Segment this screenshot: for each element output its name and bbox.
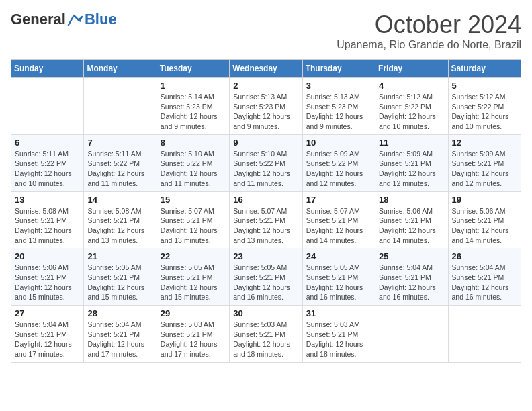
calendar-cell: 12Sunrise: 5:09 AM Sunset: 5:21 PM Dayli… <box>448 134 521 191</box>
day-number: 4 <box>379 81 444 91</box>
calendar-cell: 22Sunrise: 5:05 AM Sunset: 5:21 PM Dayli… <box>157 248 229 306</box>
col-header-friday: Friday <box>375 60 448 78</box>
day-number: 10 <box>306 138 371 148</box>
calendar-cell: 27Sunrise: 5:04 AM Sunset: 5:21 PM Dayli… <box>11 306 84 363</box>
calendar-cell: 13Sunrise: 5:08 AM Sunset: 5:21 PM Dayli… <box>11 191 84 248</box>
calendar-cell: 14Sunrise: 5:08 AM Sunset: 5:21 PM Dayli… <box>84 191 157 248</box>
calendar-cell: 20Sunrise: 5:06 AM Sunset: 5:21 PM Dayli… <box>11 248 84 306</box>
day-info: Sunrise: 5:12 AM Sunset: 5:22 PM Dayligh… <box>379 92 444 132</box>
logo-general: General <box>11 11 66 28</box>
calendar-cell: 7Sunrise: 5:11 AM Sunset: 5:22 PM Daylig… <box>84 134 157 191</box>
day-number: 3 <box>306 81 371 91</box>
day-number: 1 <box>161 81 226 91</box>
calendar-cell <box>375 306 448 363</box>
day-info: Sunrise: 5:13 AM Sunset: 5:23 PM Dayligh… <box>306 92 371 132</box>
day-number: 22 <box>161 251 226 261</box>
day-info: Sunrise: 5:11 AM Sunset: 5:22 PM Dayligh… <box>87 149 152 189</box>
day-number: 5 <box>452 81 517 91</box>
calendar-cell: 16Sunrise: 5:07 AM Sunset: 5:21 PM Dayli… <box>230 191 302 248</box>
day-number: 21 <box>87 251 152 261</box>
calendar-cell: 8Sunrise: 5:10 AM Sunset: 5:22 PM Daylig… <box>157 134 229 191</box>
col-header-monday: Monday <box>84 60 157 78</box>
day-info: Sunrise: 5:07 AM Sunset: 5:21 PM Dayligh… <box>233 206 298 246</box>
day-number: 28 <box>87 308 152 318</box>
day-info: Sunrise: 5:04 AM Sunset: 5:21 PM Dayligh… <box>452 263 517 302</box>
col-header-tuesday: Tuesday <box>157 60 229 78</box>
day-info: Sunrise: 5:09 AM Sunset: 5:21 PM Dayligh… <box>379 149 444 189</box>
day-number: 6 <box>15 138 80 148</box>
day-number: 19 <box>452 195 517 205</box>
day-info: Sunrise: 5:04 AM Sunset: 5:21 PM Dayligh… <box>15 320 80 359</box>
calendar-cell: 10Sunrise: 5:09 AM Sunset: 5:22 PM Dayli… <box>302 134 375 191</box>
calendar-cell: 24Sunrise: 5:05 AM Sunset: 5:21 PM Dayli… <box>302 248 375 306</box>
calendar-cell: 9Sunrise: 5:10 AM Sunset: 5:22 PM Daylig… <box>230 134 302 191</box>
calendar-cell: 25Sunrise: 5:04 AM Sunset: 5:21 PM Dayli… <box>375 248 448 306</box>
calendar-cell: 2Sunrise: 5:13 AM Sunset: 5:23 PM Daylig… <box>230 78 302 135</box>
day-info: Sunrise: 5:03 AM Sunset: 5:21 PM Dayligh… <box>161 320 226 359</box>
day-number: 31 <box>306 308 371 318</box>
calendar-cell: 18Sunrise: 5:06 AM Sunset: 5:21 PM Dayli… <box>375 191 448 248</box>
calendar-cell: 3Sunrise: 5:13 AM Sunset: 5:23 PM Daylig… <box>302 78 375 135</box>
day-info: Sunrise: 5:11 AM Sunset: 5:22 PM Dayligh… <box>15 149 80 189</box>
calendar-cell: 31Sunrise: 5:03 AM Sunset: 5:21 PM Dayli… <box>302 306 375 363</box>
calendar-cell <box>448 306 521 363</box>
day-number: 23 <box>233 251 298 261</box>
day-number: 24 <box>306 251 371 261</box>
calendar-cell: 5Sunrise: 5:12 AM Sunset: 5:22 PM Daylig… <box>448 78 521 135</box>
calendar-cell: 28Sunrise: 5:04 AM Sunset: 5:21 PM Dayli… <box>84 306 157 363</box>
day-number: 13 <box>15 195 80 205</box>
day-info: Sunrise: 5:10 AM Sunset: 5:22 PM Dayligh… <box>233 149 298 189</box>
calendar-table: SundayMondayTuesdayWednesdayThursdayFrid… <box>11 59 521 363</box>
day-number: 30 <box>233 308 298 318</box>
day-info: Sunrise: 5:14 AM Sunset: 5:23 PM Dayligh… <box>161 92 226 132</box>
logo-blue: Blue <box>85 11 117 28</box>
calendar-cell: 29Sunrise: 5:03 AM Sunset: 5:21 PM Dayli… <box>157 306 229 363</box>
day-info: Sunrise: 5:06 AM Sunset: 5:21 PM Dayligh… <box>452 206 517 246</box>
day-info: Sunrise: 5:10 AM Sunset: 5:22 PM Dayligh… <box>161 149 226 189</box>
day-number: 16 <box>233 195 298 205</box>
day-number: 14 <box>87 195 152 205</box>
day-number: 8 <box>161 138 226 148</box>
day-info: Sunrise: 5:03 AM Sunset: 5:21 PM Dayligh… <box>233 320 298 359</box>
calendar-cell: 21Sunrise: 5:05 AM Sunset: 5:21 PM Dayli… <box>84 248 157 306</box>
day-number: 7 <box>87 138 152 148</box>
day-info: Sunrise: 5:08 AM Sunset: 5:21 PM Dayligh… <box>87 206 152 246</box>
col-header-saturday: Saturday <box>448 60 521 78</box>
day-info: Sunrise: 5:05 AM Sunset: 5:21 PM Dayligh… <box>161 263 226 302</box>
calendar-cell <box>11 78 84 135</box>
day-number: 2 <box>233 81 298 91</box>
day-info: Sunrise: 5:13 AM Sunset: 5:23 PM Dayligh… <box>233 92 298 132</box>
day-info: Sunrise: 5:09 AM Sunset: 5:22 PM Dayligh… <box>306 149 371 189</box>
logo-text: General Blue <box>11 11 117 28</box>
day-info: Sunrise: 5:08 AM Sunset: 5:21 PM Dayligh… <box>15 206 80 246</box>
day-number: 25 <box>379 251 444 261</box>
day-info: Sunrise: 5:07 AM Sunset: 5:21 PM Dayligh… <box>306 206 371 246</box>
page-header: General Blue October 2024 Upanema, Rio G… <box>11 11 521 51</box>
calendar-cell: 17Sunrise: 5:07 AM Sunset: 5:21 PM Dayli… <box>302 191 375 248</box>
day-number: 20 <box>15 251 80 261</box>
calendar-cell: 11Sunrise: 5:09 AM Sunset: 5:21 PM Dayli… <box>375 134 448 191</box>
day-number: 29 <box>161 308 226 318</box>
calendar-cell: 30Sunrise: 5:03 AM Sunset: 5:21 PM Dayli… <box>230 306 302 363</box>
day-number: 12 <box>452 138 517 148</box>
calendar-cell <box>84 78 157 135</box>
col-header-wednesday: Wednesday <box>230 60 302 78</box>
day-info: Sunrise: 5:06 AM Sunset: 5:21 PM Dayligh… <box>15 263 80 302</box>
day-number: 18 <box>379 195 444 205</box>
day-number: 11 <box>379 138 444 148</box>
day-number: 15 <box>161 195 226 205</box>
day-info: Sunrise: 5:04 AM Sunset: 5:21 PM Dayligh… <box>379 263 444 302</box>
calendar-cell: 4Sunrise: 5:12 AM Sunset: 5:22 PM Daylig… <box>375 78 448 135</box>
col-header-sunday: Sunday <box>11 60 84 78</box>
day-info: Sunrise: 5:05 AM Sunset: 5:21 PM Dayligh… <box>306 263 371 302</box>
location: Upanema, Rio Grande do Norte, Brazil <box>337 39 521 51</box>
day-info: Sunrise: 5:07 AM Sunset: 5:21 PM Dayligh… <box>161 206 226 246</box>
logo: General Blue <box>11 11 117 28</box>
day-info: Sunrise: 5:04 AM Sunset: 5:21 PM Dayligh… <box>87 320 152 359</box>
month-title: October 2024 <box>337 11 521 39</box>
day-info: Sunrise: 5:12 AM Sunset: 5:22 PM Dayligh… <box>452 92 517 132</box>
calendar-cell: 19Sunrise: 5:06 AM Sunset: 5:21 PM Dayli… <box>448 191 521 248</box>
day-info: Sunrise: 5:09 AM Sunset: 5:21 PM Dayligh… <box>452 149 517 189</box>
day-info: Sunrise: 5:05 AM Sunset: 5:21 PM Dayligh… <box>87 263 152 302</box>
day-number: 9 <box>233 138 298 148</box>
